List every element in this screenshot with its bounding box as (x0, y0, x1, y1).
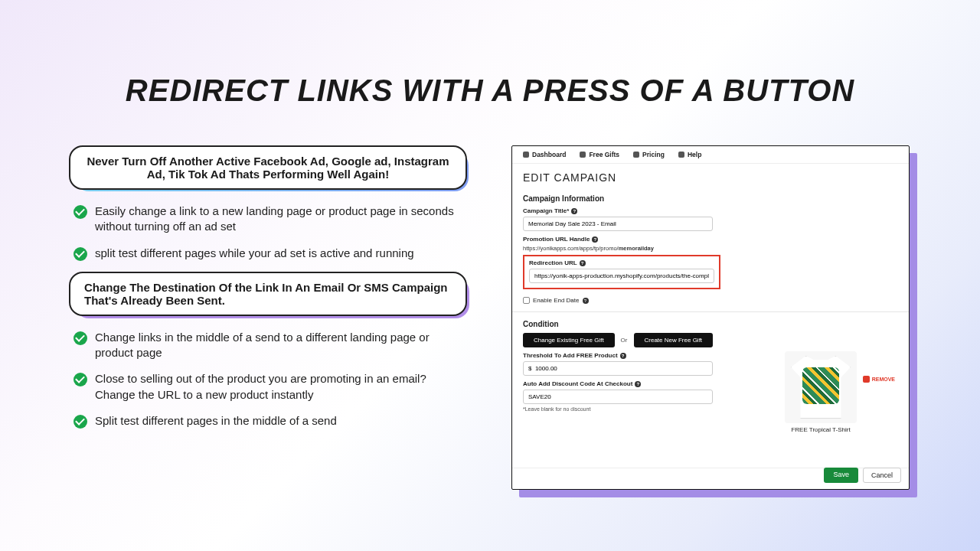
bullet-text: Close to selling out of the product you … (95, 371, 467, 403)
callout-ads: Never Turn Off Another Active Facebook A… (69, 145, 467, 190)
check-icon (74, 247, 87, 261)
or-label: Or (621, 337, 628, 344)
bullet-text: split test different pages while your ad… (95, 246, 414, 261)
gift-icon (580, 152, 586, 158)
pricing-icon (633, 152, 639, 158)
callout-email-sms: Change The Destination Of the Link In An… (69, 272, 467, 316)
section-condition: Condition (523, 320, 898, 328)
campaign-title-label: Campaign Title*? (523, 207, 898, 214)
nav-label: Pricing (642, 151, 665, 158)
app-title: EDIT CAMPAIGN (512, 164, 909, 187)
promo-url: https://yonikapps.com/apps/tp/promo/memo… (523, 245, 898, 252)
bullet-item: Easily change a link to a new landing pa… (74, 204, 467, 235)
change-free-gift-button[interactable]: Change Existing Free Gift (523, 333, 615, 347)
bullet-item: Change links in the middle of a send to … (74, 330, 467, 361)
enable-end-date-label: Enable End Date (533, 297, 580, 304)
save-button[interactable]: Save (824, 468, 858, 483)
redirect-url-input[interactable] (529, 269, 714, 283)
checkbox-icon[interactable] (523, 297, 530, 304)
nav-dashboard[interactable]: Dashboard (523, 151, 566, 158)
help-icon: ? (580, 260, 586, 266)
discount-code-input[interactable] (523, 390, 713, 404)
nav-label: Help (688, 151, 701, 158)
bullet-item: Close to selling out of the product you … (74, 371, 467, 403)
check-icon (74, 205, 87, 219)
nav-free-gifts[interactable]: Free Gifts (580, 151, 619, 158)
dashboard-icon (523, 152, 529, 158)
bullet-text: Change links in the middle of a send to … (95, 330, 467, 361)
check-icon (74, 415, 87, 429)
bullet-item: split test different pages while your ad… (74, 246, 467, 261)
left-column: Never Turn Off Another Active Facebook A… (69, 145, 467, 439)
help-icon: ? (571, 208, 577, 214)
help-icon (678, 152, 684, 158)
help-icon: ? (620, 353, 626, 359)
help-icon: ? (592, 236, 598, 243)
tshirt-icon (791, 356, 851, 419)
nav-label: Free Gifts (589, 151, 619, 158)
product-caption: FREE Tropical T-Shirt (769, 426, 872, 433)
section-campaign-info: Campaign Information (523, 194, 898, 203)
threshold-input[interactable] (523, 361, 713, 376)
cancel-button[interactable]: Cancel (863, 468, 901, 483)
bullet-item: Split test different pages in the middle… (74, 413, 467, 429)
help-icon: ? (583, 298, 589, 304)
promo-handle-label: Promotion URL Handle? (523, 236, 898, 243)
enable-end-date-row[interactable]: Enable End Date ? (523, 297, 898, 304)
bullet-text: Split test different pages in the middle… (95, 413, 337, 429)
bullet-text: Easily change a link to a new landing pa… (95, 204, 467, 235)
divider (512, 311, 909, 312)
nav-help[interactable]: Help (678, 151, 701, 158)
nav-label: Dashboard (532, 151, 566, 158)
redirect-label: Redirection URL? (529, 259, 714, 266)
create-free-gift-button[interactable]: Create New Free Gift (634, 333, 714, 347)
check-icon (74, 373, 87, 386)
remove-button[interactable]: REMOVE (863, 376, 895, 383)
help-icon: ? (635, 381, 641, 387)
nav-pricing[interactable]: Pricing (633, 151, 665, 158)
redirection-highlight: Redirection URL? (523, 255, 720, 289)
app-screenshot: Dashboard Free Gifts Pricing Help EDIT C… (511, 145, 910, 490)
campaign-title-input[interactable] (523, 217, 713, 231)
page-headline: REDIRECT LINKS WITH A PRESS OF A BUTTON (0, 73, 980, 108)
product-image (785, 351, 857, 423)
check-icon (74, 331, 87, 345)
app-nav: Dashboard Free Gifts Pricing Help (512, 146, 909, 164)
trash-icon (863, 376, 870, 383)
